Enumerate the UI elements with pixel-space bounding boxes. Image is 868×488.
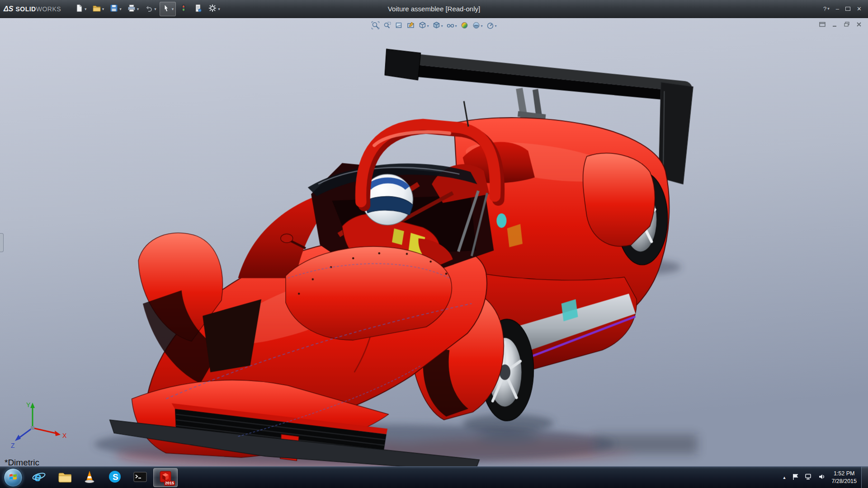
taskbar-file-explorer-button[interactable] bbox=[52, 468, 76, 487]
display-style-icon bbox=[432, 21, 440, 31]
section-view-icon bbox=[395, 21, 403, 31]
window-title: Voiture assemblee [Read-only] bbox=[388, 5, 480, 13]
select-tool-button[interactable]: ▾ bbox=[160, 2, 176, 16]
dropdown-arrow-icon: ▾ bbox=[172, 7, 174, 11]
minimize-icon bbox=[831, 21, 838, 29]
taskbar-media-player-button[interactable] bbox=[77, 468, 102, 487]
taskbar-solidworks-button[interactable]: 2015 bbox=[153, 468, 178, 487]
apply-scene-icon bbox=[472, 21, 481, 31]
apply-scene-button[interactable]: ▾ bbox=[471, 20, 485, 32]
edit-appearance-button[interactable] bbox=[459, 20, 471, 32]
view-orientation-cube-icon bbox=[418, 21, 426, 31]
start-button[interactable] bbox=[4, 468, 23, 487]
rebuild-button[interactable] bbox=[177, 2, 190, 16]
dropdown-arrow-icon: ▾ bbox=[119, 7, 122, 11]
triad-y-label: Y bbox=[26, 401, 31, 408]
close-button[interactable]: ✕ bbox=[857, 6, 862, 12]
traffic-cone-icon bbox=[83, 469, 96, 485]
dropdown-arrow-icon: ▾ bbox=[154, 7, 156, 11]
svg-text:e: e bbox=[34, 470, 42, 484]
clock-date: 7/28/2015 bbox=[831, 478, 857, 484]
system-tray: ▲ 1:52 PM 7/28/2015 bbox=[778, 470, 861, 485]
taskbar-internet-explorer-button[interactable]: e bbox=[27, 468, 51, 487]
new-document-icon bbox=[75, 4, 84, 14]
help-button[interactable]: ?▾ bbox=[823, 6, 830, 12]
triad-x-label: X bbox=[62, 432, 67, 439]
3d-drawing-view-button[interactable] bbox=[405, 20, 416, 32]
hide-show-eyeglasses-icon bbox=[446, 21, 454, 31]
3ds-logo-icon: ΔS bbox=[4, 5, 13, 13]
show-hidden-icons-button[interactable]: ▲ bbox=[782, 475, 786, 480]
network-status-button[interactable] bbox=[805, 473, 812, 482]
document-close-button[interactable] bbox=[854, 20, 864, 29]
view-settings-gauge-icon bbox=[486, 21, 495, 31]
zoom-to-area-button[interactable] bbox=[381, 20, 393, 32]
save-button[interactable]: ▾ bbox=[107, 2, 124, 16]
hide-show-items-button[interactable]: ▾ bbox=[444, 20, 458, 32]
dropdown-arrow-icon: ▾ bbox=[495, 24, 497, 28]
titlebar: ΔS SOLIDWORKS ▾ ▾ ▾ ▾ ▾ ▾ bbox=[0, 0, 868, 18]
document-fullscreen-button[interactable] bbox=[817, 20, 828, 29]
fullscreen-icon bbox=[819, 21, 826, 29]
chevron-up-icon: ▲ bbox=[782, 475, 786, 480]
save-icon bbox=[109, 4, 118, 14]
headsup-view-toolbar: ▾ ▾ ▾ ▾ ▾ bbox=[369, 20, 498, 32]
undo-button[interactable]: ▾ bbox=[142, 2, 159, 16]
orientation-triad[interactable]: Y X Z bbox=[10, 400, 73, 452]
dropdown-arrow-icon: ▾ bbox=[441, 24, 443, 28]
options-gear-icon bbox=[208, 4, 217, 14]
volume-button[interactable] bbox=[818, 473, 826, 482]
brand-text-solid: SOLID bbox=[15, 5, 36, 13]
brand-text-works: WORKS bbox=[36, 5, 61, 13]
maximize-icon bbox=[845, 7, 850, 11]
network-icon bbox=[805, 473, 812, 482]
section-view-button[interactable] bbox=[393, 20, 405, 32]
taskbar-clock[interactable]: 1:52 PM 7/28/2015 bbox=[831, 470, 857, 485]
clock-time: 1:52 PM bbox=[834, 470, 855, 477]
dropdown-arrow-icon: ▾ bbox=[827, 7, 830, 11]
new-document-button[interactable]: ▾ bbox=[72, 2, 89, 16]
maximize-button[interactable] bbox=[845, 7, 850, 11]
rebuild-traffic-light-icon bbox=[179, 4, 188, 14]
open-folder-icon bbox=[92, 4, 101, 14]
display-style-button[interactable]: ▾ bbox=[430, 20, 444, 32]
edit-appearance-sphere-icon bbox=[461, 21, 469, 31]
dropdown-arrow-icon: ▾ bbox=[218, 7, 220, 11]
view-orientation-label: *Dimetric bbox=[5, 458, 39, 466]
file-properties-button[interactable] bbox=[191, 2, 205, 16]
zoom-to-fit-button[interactable] bbox=[369, 20, 381, 32]
view-orientation-button[interactable]: ▾ bbox=[416, 20, 430, 32]
view-settings-button[interactable]: ▾ bbox=[485, 20, 499, 32]
dropdown-arrow-icon: ▾ bbox=[137, 7, 139, 11]
dropdown-arrow-icon: ▾ bbox=[427, 24, 429, 28]
document-minimize-button[interactable] bbox=[829, 20, 840, 29]
options-button[interactable]: ▾ bbox=[206, 2, 222, 16]
window-controls: ?▾ – ✕ bbox=[823, 6, 864, 12]
dropdown-arrow-icon: ▾ bbox=[85, 7, 87, 11]
panel-splitter-handle[interactable] bbox=[0, 233, 4, 252]
solidworks-window: ΔS SOLIDWORKS ▾ ▾ ▾ ▾ ▾ ▾ bbox=[0, 0, 868, 488]
open-button[interactable]: ▾ bbox=[90, 2, 107, 16]
triad-z-label: Z bbox=[11, 442, 15, 449]
print-icon bbox=[127, 4, 136, 14]
3d-model-canvas[interactable] bbox=[0, 18, 868, 466]
document-window-controls bbox=[816, 20, 864, 29]
minimize-button[interactable]: – bbox=[836, 6, 839, 12]
solidworks-year-badge: 2015 bbox=[164, 481, 175, 486]
print-button[interactable]: ▾ bbox=[125, 2, 142, 16]
graphics-area: ▾ ▾ ▾ ▾ ▾ Y X Z *Dimetric bbox=[0, 18, 868, 466]
solidworks-logo: ΔS SOLIDWORKS bbox=[4, 5, 61, 13]
dropdown-arrow-icon: ▾ bbox=[102, 7, 104, 11]
select-cursor-icon bbox=[162, 4, 171, 14]
zoom-to-fit-icon bbox=[371, 21, 379, 31]
dropdown-arrow-icon: ▾ bbox=[455, 24, 457, 28]
undo-icon bbox=[144, 4, 153, 14]
restore-icon bbox=[843, 21, 850, 29]
document-restore-button[interactable] bbox=[841, 20, 852, 29]
taskbar-skype-button[interactable]: S bbox=[103, 468, 127, 487]
close-icon bbox=[855, 21, 863, 29]
action-center-button[interactable] bbox=[792, 473, 799, 482]
folder-icon bbox=[57, 469, 71, 485]
show-desktop-button[interactable] bbox=[861, 467, 868, 488]
taskbar-command-prompt-button[interactable] bbox=[128, 468, 152, 487]
